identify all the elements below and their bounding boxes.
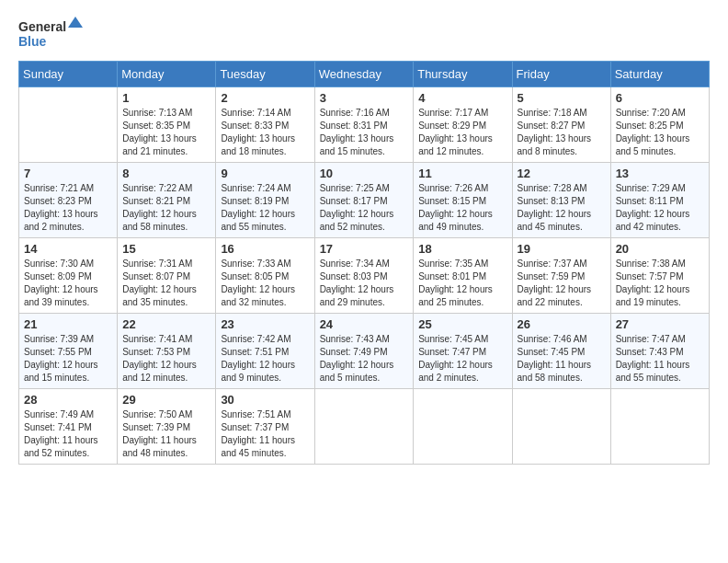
day-info: Sunrise: 7:26 AMSunset: 8:15 PMDaylight:… xyxy=(418,182,506,234)
calendar-cell: 9Sunrise: 7:24 AMSunset: 8:19 PMDaylight… xyxy=(216,163,314,238)
calendar-cell: 4Sunrise: 7:17 AMSunset: 8:29 PMDaylight… xyxy=(414,87,512,163)
day-number: 14 xyxy=(24,242,112,256)
svg-text:Blue: Blue xyxy=(18,34,47,49)
day-number: 3 xyxy=(320,91,409,105)
calendar-header-row: SundayMondayTuesdayWednesdayThursdayFrid… xyxy=(19,62,710,87)
week-row-5: 28Sunrise: 7:49 AMSunset: 7:41 PMDayligh… xyxy=(19,389,710,465)
day-number: 21 xyxy=(24,317,112,331)
day-info: Sunrise: 7:25 AMSunset: 8:17 PMDaylight:… xyxy=(320,182,409,234)
calendar-cell: 11Sunrise: 7:26 AMSunset: 8:15 PMDayligh… xyxy=(414,163,512,238)
day-info: Sunrise: 7:31 AMSunset: 8:07 PMDaylight:… xyxy=(122,258,210,309)
calendar-cell: 21Sunrise: 7:39 AMSunset: 7:55 PMDayligh… xyxy=(19,314,118,389)
day-info: Sunrise: 7:22 AMSunset: 8:21 PMDaylight:… xyxy=(122,182,210,234)
day-number: 6 xyxy=(616,91,704,105)
day-number: 16 xyxy=(221,242,309,256)
calendar-cell: 29Sunrise: 7:50 AMSunset: 7:39 PMDayligh… xyxy=(118,389,216,465)
day-number: 26 xyxy=(518,317,606,331)
calendar-cell: 10Sunrise: 7:25 AMSunset: 8:17 PMDayligh… xyxy=(314,163,414,238)
day-info: Sunrise: 7:24 AMSunset: 8:19 PMDaylight:… xyxy=(221,182,309,234)
calendar-cell: 2Sunrise: 7:14 AMSunset: 8:33 PMDaylight… xyxy=(216,87,314,163)
calendar-cell xyxy=(414,389,512,465)
calendar-cell: 20Sunrise: 7:38 AMSunset: 7:57 PMDayligh… xyxy=(610,238,709,314)
day-number: 30 xyxy=(221,393,309,407)
day-info: Sunrise: 7:16 AMSunset: 8:31 PMDaylight:… xyxy=(320,107,409,158)
day-info: Sunrise: 7:34 AMSunset: 8:03 PMDaylight:… xyxy=(320,258,409,309)
day-info: Sunrise: 7:38 AMSunset: 7:57 PMDaylight:… xyxy=(616,258,704,309)
day-number: 24 xyxy=(320,317,409,331)
calendar-cell: 22Sunrise: 7:41 AMSunset: 7:53 PMDayligh… xyxy=(118,314,216,389)
header: General Blue xyxy=(18,15,710,52)
day-number: 10 xyxy=(320,167,409,180)
day-number: 19 xyxy=(518,242,606,256)
calendar-cell xyxy=(512,389,610,465)
day-info: Sunrise: 7:18 AMSunset: 8:27 PMDaylight:… xyxy=(518,107,606,158)
calendar-cell: 19Sunrise: 7:37 AMSunset: 7:59 PMDayligh… xyxy=(512,238,610,314)
day-info: Sunrise: 7:17 AMSunset: 8:29 PMDaylight:… xyxy=(418,107,506,158)
day-header-friday: Friday xyxy=(512,62,610,87)
day-number: 17 xyxy=(320,242,409,256)
calendar-cell: 25Sunrise: 7:45 AMSunset: 7:47 PMDayligh… xyxy=(414,314,512,389)
day-number: 8 xyxy=(122,167,210,180)
day-number: 29 xyxy=(122,393,210,407)
calendar-cell: 17Sunrise: 7:34 AMSunset: 8:03 PMDayligh… xyxy=(314,238,414,314)
day-info: Sunrise: 7:43 AMSunset: 7:49 PMDaylight:… xyxy=(320,333,409,385)
calendar-cell xyxy=(19,87,118,163)
day-info: Sunrise: 7:29 AMSunset: 8:11 PMDaylight:… xyxy=(616,182,704,234)
calendar-cell: 14Sunrise: 7:30 AMSunset: 8:09 PMDayligh… xyxy=(19,238,118,314)
calendar-cell: 24Sunrise: 7:43 AMSunset: 7:49 PMDayligh… xyxy=(314,314,414,389)
week-row-3: 14Sunrise: 7:30 AMSunset: 8:09 PMDayligh… xyxy=(19,238,710,314)
day-info: Sunrise: 7:13 AMSunset: 8:35 PMDaylight:… xyxy=(122,107,210,158)
calendar-cell: 23Sunrise: 7:42 AMSunset: 7:51 PMDayligh… xyxy=(216,314,314,389)
day-number: 5 xyxy=(518,91,606,105)
day-number: 11 xyxy=(418,167,506,180)
calendar-cell: 8Sunrise: 7:22 AMSunset: 8:21 PMDaylight… xyxy=(118,163,216,238)
day-info: Sunrise: 7:14 AMSunset: 8:33 PMDaylight:… xyxy=(221,107,309,158)
calendar-cell: 16Sunrise: 7:33 AMSunset: 8:05 PMDayligh… xyxy=(216,238,314,314)
calendar-cell: 18Sunrise: 7:35 AMSunset: 8:01 PMDayligh… xyxy=(414,238,512,314)
day-number: 1 xyxy=(122,91,210,105)
logo: General Blue xyxy=(18,15,83,52)
calendar-cell: 30Sunrise: 7:51 AMSunset: 7:37 PMDayligh… xyxy=(216,389,314,465)
week-row-2: 7Sunrise: 7:21 AMSunset: 8:23 PMDaylight… xyxy=(19,163,710,238)
day-info: Sunrise: 7:28 AMSunset: 8:13 PMDaylight:… xyxy=(518,182,606,234)
calendar-cell xyxy=(610,389,709,465)
day-number: 18 xyxy=(418,242,506,256)
day-info: Sunrise: 7:30 AMSunset: 8:09 PMDaylight:… xyxy=(24,258,112,309)
day-info: Sunrise: 7:41 AMSunset: 7:53 PMDaylight:… xyxy=(122,333,210,385)
day-number: 20 xyxy=(616,242,704,256)
day-info: Sunrise: 7:49 AMSunset: 7:41 PMDaylight:… xyxy=(24,408,112,460)
day-info: Sunrise: 7:51 AMSunset: 7:37 PMDaylight:… xyxy=(221,408,309,460)
day-info: Sunrise: 7:45 AMSunset: 7:47 PMDaylight:… xyxy=(418,333,506,385)
day-number: 13 xyxy=(616,167,704,180)
day-number: 25 xyxy=(418,317,506,331)
calendar-cell: 28Sunrise: 7:49 AMSunset: 7:41 PMDayligh… xyxy=(19,389,118,465)
day-number: 4 xyxy=(418,91,506,105)
week-row-4: 21Sunrise: 7:39 AMSunset: 7:55 PMDayligh… xyxy=(19,314,710,389)
day-info: Sunrise: 7:21 AMSunset: 8:23 PMDaylight:… xyxy=(24,182,112,234)
day-number: 23 xyxy=(221,317,309,331)
calendar-cell: 5Sunrise: 7:18 AMSunset: 8:27 PMDaylight… xyxy=(512,87,610,163)
calendar-cell: 3Sunrise: 7:16 AMSunset: 8:31 PMDaylight… xyxy=(314,87,414,163)
day-info: Sunrise: 7:39 AMSunset: 7:55 PMDaylight:… xyxy=(24,333,112,385)
day-info: Sunrise: 7:33 AMSunset: 8:05 PMDaylight:… xyxy=(221,258,309,309)
day-header-thursday: Thursday xyxy=(414,62,512,87)
calendar-cell: 7Sunrise: 7:21 AMSunset: 8:23 PMDaylight… xyxy=(19,163,118,238)
svg-marker-2 xyxy=(68,17,83,28)
day-number: 2 xyxy=(221,91,309,105)
day-number: 12 xyxy=(518,167,606,180)
calendar-cell: 15Sunrise: 7:31 AMSunset: 8:07 PMDayligh… xyxy=(118,238,216,314)
day-number: 27 xyxy=(616,317,704,331)
calendar-cell: 6Sunrise: 7:20 AMSunset: 8:25 PMDaylight… xyxy=(610,87,709,163)
calendar-cell xyxy=(314,389,414,465)
day-header-monday: Monday xyxy=(118,62,216,87)
day-info: Sunrise: 7:37 AMSunset: 7:59 PMDaylight:… xyxy=(518,258,606,309)
day-number: 15 xyxy=(122,242,210,256)
day-number: 22 xyxy=(122,317,210,331)
day-number: 7 xyxy=(24,167,112,180)
calendar-cell: 1Sunrise: 7:13 AMSunset: 8:35 PMDaylight… xyxy=(118,87,216,163)
calendar-cell: 12Sunrise: 7:28 AMSunset: 8:13 PMDayligh… xyxy=(512,163,610,238)
calendar: SundayMondayTuesdayWednesdayThursdayFrid… xyxy=(18,61,710,465)
week-row-1: 1Sunrise: 7:13 AMSunset: 8:35 PMDaylight… xyxy=(19,87,710,163)
day-header-sunday: Sunday xyxy=(19,62,118,87)
day-number: 9 xyxy=(221,167,309,180)
